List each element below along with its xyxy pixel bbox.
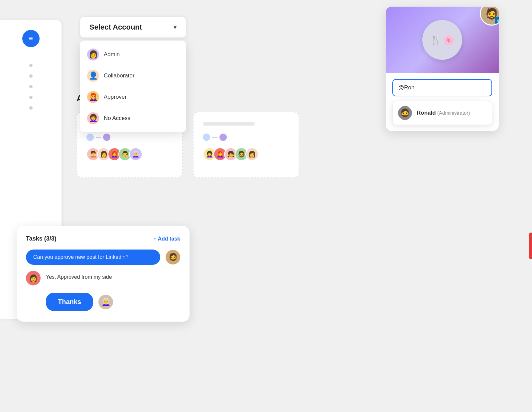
dropdown-item-label: Approver — [104, 94, 127, 100]
dropdown-item-collaborator[interactable]: 👤 Collaborator — [80, 65, 186, 86]
workflow-dot-purple — [103, 134, 110, 141]
tasks-title: Tasks (3/3) — [26, 235, 57, 242]
dropdown-item-admin[interactable]: 👩 Admin — [80, 44, 186, 65]
suggestion-name: Ronald — [417, 110, 436, 116]
flower-decoration: 🌸 — [443, 35, 455, 46]
linkedin-badge: in — [495, 17, 499, 24]
thanks-row: Thanks 👩‍🦳 — [26, 293, 180, 311]
no-access-avatar: 👩‍🦱 — [87, 112, 99, 124]
chevron-down-icon: ▾ — [174, 24, 177, 31]
dropdown-item-no-access[interactable]: 👩‍🦱 No Access — [80, 108, 186, 129]
approver-avatar: 👩‍🦰 — [87, 91, 99, 103]
reply-avatar: 👩 — [26, 271, 41, 285]
sidebar-nav-item[interactable] — [29, 96, 33, 99]
workflow-avatars-2: 👩‍🦱 👩‍🦰 👧 🧔 👩 — [203, 148, 289, 161]
workflow-dots — [86, 134, 173, 141]
workflow-connector — [212, 137, 217, 138]
task-message-bubble: Can you approve new post for Linkedin? — [26, 250, 160, 265]
sidebar-nav-item[interactable] — [29, 64, 33, 67]
user-profile-avatar: 🧔 in — [480, 7, 499, 26]
task-message-row: Can you approve new post for Linkedin? 🧔 — [26, 250, 180, 265]
reply-row: 👩 Yes, Approved from my side — [26, 271, 180, 285]
tasks-header: Tasks (3/3) + Add task — [26, 235, 180, 242]
workflow-dot-blue — [86, 134, 94, 141]
dropdown-item-label: No Access — [104, 115, 130, 122]
card-line-short — [203, 122, 255, 126]
sidebar-nav-item[interactable] — [29, 85, 33, 88]
reply-text: Yes, Approved from my side — [46, 271, 112, 280]
mention-suggestion[interactable]: 🧔 Ronald (Administrator) — [392, 101, 492, 125]
fork-icon: 🍴 — [430, 35, 442, 46]
tasks-card: Tasks (3/3) + Add task Can you approve n… — [17, 226, 190, 322]
plate-visual: 🍴 🌸 — [422, 20, 462, 60]
add-task-button[interactable]: + Add task — [153, 236, 180, 242]
red-accent-bar — [529, 233, 532, 259]
admin-avatar: 👩 — [87, 49, 99, 60]
social-card: 🍴 🌸 🧔 in 🧔 Ronald (Administrator) — [386, 7, 499, 131]
suggestion-role: (Administrator) — [437, 110, 470, 116]
scene: ≡ Select Account ▾ 👩 Admin 👤 — [0, 0, 532, 412]
select-account-label: Select Account — [89, 23, 142, 32]
task-sender-avatar: 🧔 — [166, 250, 180, 264]
thanks-avatar: 👩‍🦳 — [98, 295, 113, 309]
workflow-dots-2 — [203, 134, 289, 141]
workflow-avatars-1: 🧑‍🦱 👩 👩‍🦰 👨 👩‍🦳 — [86, 148, 173, 161]
account-dropdown-menu: 👩 Admin 👤 Collaborator 👩‍🦰 Approver 👩‍🦱 — [80, 41, 186, 132]
sidebar-logo[interactable]: ≡ — [22, 30, 40, 47]
workflow-avatar: 👩 — [245, 148, 259, 161]
sidebar-nav-item[interactable] — [29, 106, 33, 110]
sidebar-nav-item[interactable] — [29, 74, 33, 78]
social-card-body: 🧔 Ronald (Administrator) — [386, 73, 499, 131]
select-account-wrapper: Select Account ▾ 👩 Admin 👤 Collaborator … — [80, 17, 186, 38]
workflow-avatar: 👩‍🦳 — [129, 148, 142, 161]
social-card-image: 🍴 🌸 🧔 in — [386, 7, 499, 73]
dropdown-item-approver[interactable]: 👩‍🦰 Approver — [80, 86, 186, 108]
workflow-connector — [96, 137, 101, 138]
select-account-trigger[interactable]: Select Account ▾ — [80, 17, 186, 38]
workflow-dot-blue — [203, 134, 210, 141]
dropdown-item-label: Admin — [104, 51, 120, 58]
dropdown-item-label: Collaborator — [104, 72, 135, 79]
suggestion-avatar: 🧔 — [398, 106, 412, 120]
mention-input[interactable] — [392, 79, 492, 96]
thanks-button[interactable]: Thanks — [46, 293, 93, 311]
logo-icon: ≡ — [29, 34, 33, 43]
sidebar-nav — [29, 64, 33, 110]
workflow-dot-purple — [219, 134, 227, 141]
collaborator-avatar: 👤 — [87, 70, 99, 82]
approval-card-2: 👩‍🦱 👩‍🦰 👧 🧔 👩 — [193, 112, 299, 178]
